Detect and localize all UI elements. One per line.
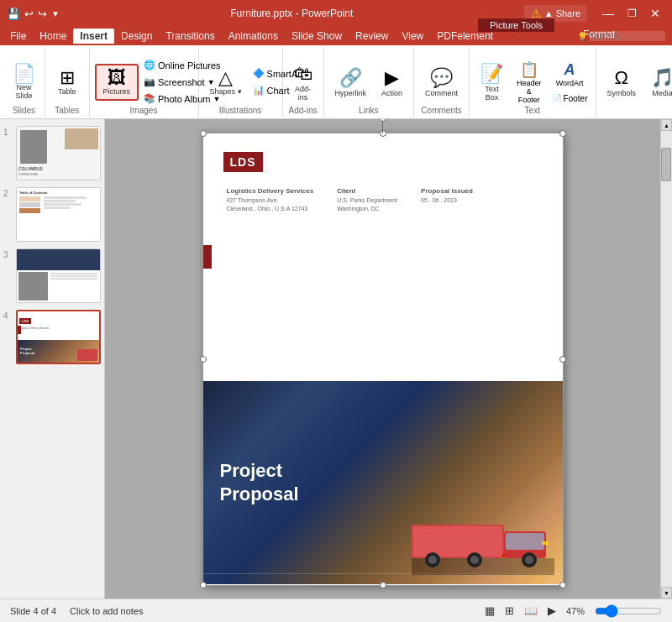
handle-bottom-center[interactable]	[380, 582, 386, 588]
slide-thumb-1[interactable]: 1 COLUMBUS FURNITURE	[3, 126, 101, 180]
info-col1-label: Logistics Delivery Services	[227, 187, 314, 195]
editor-area: LDS Logistics Delivery Services 427 Thom…	[105, 119, 660, 598]
menu-insert[interactable]: Insert	[73, 29, 114, 44]
menu-review[interactable]: Review	[349, 29, 395, 44]
scrollbar-vertical: ▲ ▼	[660, 119, 672, 598]
ribbon-group-slides: 📄 New Slide Slides	[3, 47, 45, 117]
tell-me-box[interactable]: 💡	[570, 29, 672, 43]
scroll-thumb-vertical[interactable]	[661, 148, 671, 181]
media-button[interactable]: 🎵 Media	[645, 63, 672, 102]
menu-home[interactable]: Home	[33, 29, 73, 44]
addins-button[interactable]: 🛍 Add- ins	[288, 59, 318, 106]
footer-button[interactable]: 📄 Footer	[549, 92, 591, 105]
restore-button[interactable]: ❐	[622, 8, 642, 19]
table-icon: ⊞	[60, 69, 75, 87]
new-slide-label: New Slide	[15, 83, 32, 100]
header-footer-icon: 📋	[520, 60, 538, 79]
slide-num-2: 2	[3, 189, 13, 198]
info-col1-line1: 427 Thompson Ave.	[227, 197, 314, 203]
slides-group-label: Slides	[13, 106, 35, 115]
comment-icon: 💬	[430, 67, 453, 89]
textbox-button[interactable]: 📝 Text Box	[475, 59, 509, 106]
close-button[interactable]: ✕	[645, 7, 665, 20]
menu-slideshow[interactable]: Slide Show	[285, 29, 349, 44]
scroll-down-button[interactable]: ▼	[661, 587, 672, 598]
info-col-2: Client U.S. Parks Department Washington,…	[337, 187, 397, 212]
smartart-icon: 🔷	[253, 68, 265, 79]
minimize-button[interactable]: —	[597, 7, 619, 20]
scroll-up-button[interactable]: ▲	[661, 119, 672, 131]
zoom-slider[interactable]	[595, 604, 662, 618]
menu-design[interactable]: Design	[114, 29, 159, 44]
photo-album-icon: 📚	[144, 93, 155, 104]
rotate-handle-line	[382, 122, 383, 133]
hyperlink-button[interactable]: 🔗 Hyperlink	[329, 63, 373, 102]
header-footer-button[interactable]: 📋 Header& Footer	[512, 58, 546, 107]
notes-hint[interactable]: Click to add notes	[70, 606, 143, 616]
proposal-line1: Project	[220, 459, 299, 483]
menu-file[interactable]: File	[3, 29, 33, 44]
menu-animations[interactable]: Animations	[222, 29, 285, 44]
svg-rect-4	[506, 533, 544, 550]
view-normal-button[interactable]: ▦	[485, 604, 495, 617]
handle-top-right[interactable]	[559, 130, 566, 137]
project-proposal-text: Project Proposal	[220, 459, 299, 507]
customize-qa-button[interactable]: ▼	[51, 9, 60, 18]
slide-thumb-2[interactable]: 2 Table of Contents	[3, 187, 101, 242]
new-slide-button[interactable]: 📄 New Slide	[7, 60, 41, 104]
addins-group-label: Add-ins	[289, 106, 318, 115]
redo-button[interactable]: ↪	[38, 8, 47, 20]
save-button[interactable]: 💾	[7, 8, 20, 20]
info-col-1: Logistics Delivery Services 427 Thompson…	[227, 187, 314, 212]
info-col2-line2: Washington, DC	[337, 206, 397, 212]
handle-middle-left[interactable]	[200, 356, 207, 363]
menu-bar: File Home Insert Design Transitions Anim…	[0, 27, 672, 45]
handle-bottom-left[interactable]	[200, 582, 207, 588]
handle-middle-right[interactable]	[559, 356, 566, 363]
truck-image	[412, 499, 554, 578]
slide-canvas[interactable]: LDS Logistics Delivery Services 427 Thom…	[202, 133, 564, 586]
wordart-button[interactable]: A WordArt	[549, 59, 591, 90]
view-slide-sorter-button[interactable]: ⊞	[505, 604, 514, 617]
tell-me-input[interactable]	[590, 31, 665, 41]
symbols-button[interactable]: Ω Symbols	[601, 63, 643, 102]
ribbon-group-text: 📝 Text Box 📋 Header& Footer A WordArt 📄 …	[470, 47, 596, 117]
pictures-icon: 🖼	[108, 69, 126, 87]
svg-rect-12	[502, 554, 506, 557]
title-bar-text: Furniture.pptx - PowerPoint	[60, 8, 524, 19]
handle-top-left[interactable]	[200, 130, 207, 137]
handle-bottom-right[interactable]	[559, 582, 566, 588]
quick-access-toolbar: 💾 ↩ ↪ ▼	[7, 8, 60, 20]
online-pictures-icon: 🌐	[144, 60, 155, 71]
view-slideshow-button[interactable]: ▶	[548, 604, 556, 617]
links-group-label: Links	[359, 106, 378, 115]
textbox-label: Text Box	[485, 85, 499, 102]
comment-label: Comment	[425, 89, 458, 97]
status-right: ▦ ⊞ 📖 ▶ 47%	[485, 604, 662, 618]
menu-view[interactable]: View	[395, 29, 430, 44]
action-button[interactable]: ▶ Action	[375, 63, 408, 102]
symbols-label: Symbols	[607, 89, 637, 97]
chart-icon: 📊	[253, 85, 265, 96]
textbox-icon: 📝	[480, 63, 503, 85]
view-reading-button[interactable]: 📖	[524, 604, 538, 617]
slide-num-3: 3	[3, 250, 13, 259]
action-icon: ▶	[385, 67, 399, 89]
menu-transitions[interactable]: Transitions	[159, 29, 221, 44]
slide-num-4: 4	[3, 311, 13, 321]
slide-thumb-4[interactable]: 4 LDS Logistics Delivery Services Projec…	[3, 310, 101, 364]
info-col1-line2: Cleveland , Ohio , U.S.A 12743	[227, 206, 314, 212]
red-accent-block	[203, 245, 212, 269]
share-label: ▲ Share	[544, 8, 580, 18]
ribbon-group-links: 🔗 Hyperlink ▶ Action Links	[324, 47, 415, 117]
undo-button[interactable]: ↩	[24, 8, 34, 20]
svg-point-6	[428, 556, 437, 564]
lds-logo: LDS	[223, 152, 263, 172]
slide-thumb-3[interactable]: 3 ...	[3, 248, 101, 303]
slide-bottom-section: Project Proposal	[203, 381, 563, 584]
table-button[interactable]: ⊞ Table	[52, 65, 82, 100]
slide-count: Slide 4 of 4	[10, 606, 56, 616]
pictures-button[interactable]: 🖼 Pictures	[95, 64, 139, 101]
comment-button[interactable]: 💬 Comment	[419, 63, 464, 102]
shapes-button[interactable]: △ Shapes ▾	[204, 65, 248, 100]
